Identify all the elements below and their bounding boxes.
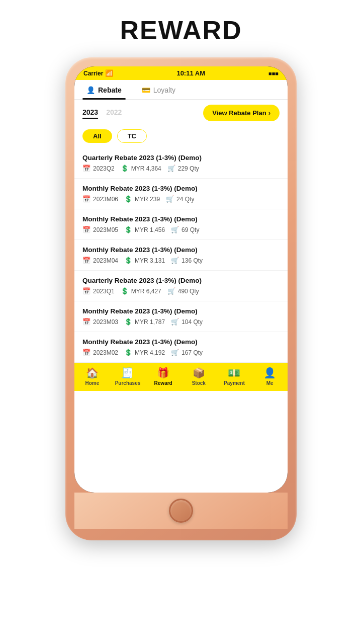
bottom-nav-stock[interactable]: 📦 Stock bbox=[186, 367, 212, 386]
view-rebate-plan-button[interactable]: View Rebate Plan › bbox=[203, 105, 280, 121]
bottom-nav-home[interactable]: 🏠 Home bbox=[79, 367, 105, 386]
rebate-period: 📅 2023M02 bbox=[82, 349, 118, 356]
rebate-item[interactable]: Monthly Rebate 2023 (1-3%) (Demo) 📅 2023… bbox=[74, 301, 288, 332]
rebate-list: Quarterly Rebate 2023 (1-3%) (Demo) 📅 20… bbox=[74, 148, 288, 363]
dollar-icon: 💲 bbox=[124, 257, 132, 264]
year-tab-2023[interactable]: 2023 bbox=[82, 108, 98, 118]
qty-value: 69 Qty bbox=[182, 226, 199, 233]
calendar-icon: 📅 bbox=[82, 195, 90, 203]
filter-all[interactable]: All bbox=[82, 129, 112, 143]
period-value: 2023M02 bbox=[93, 349, 118, 356]
rebate-item-meta: 📅 2023M02 💲 MYR 4,192 🛒 167 Qty bbox=[82, 349, 280, 356]
rebate-period: 📅 2023M06 bbox=[82, 195, 118, 203]
phone-shell: Carrier 📶 10:11 AM ■■■ 👤 Rebate 💳 Loyalt… bbox=[65, 57, 297, 540]
qty-value: 104 Qty bbox=[182, 318, 203, 326]
rebate-item[interactable]: Monthly Rebate 2023 (1-3%) (Demo) 📅 2023… bbox=[74, 240, 288, 271]
rebate-item-meta: 📅 2023M06 💲 MYR 239 🛒 24 Qty bbox=[82, 195, 280, 203]
bottom-nav-payment[interactable]: 💵 Payment bbox=[221, 367, 247, 386]
rebate-period: 📅 2023M03 bbox=[82, 318, 118, 326]
calendar-icon: 📅 bbox=[82, 287, 90, 295]
filter-tc[interactable]: TC bbox=[117, 129, 147, 143]
rebate-item[interactable]: Monthly Rebate 2023 (1-3%) (Demo) 📅 2023… bbox=[74, 179, 288, 209]
screen: 👤 Rebate 💳 Loyalty 2023 2022 View Rebate… bbox=[74, 80, 288, 493]
home-nav-icon: 🏠 bbox=[86, 367, 99, 379]
rebate-item-meta: 📅 2023M03 💲 MYR 1,787 🛒 104 Qty bbox=[82, 318, 280, 326]
cart-icon: 🛒 bbox=[171, 349, 179, 356]
rebate-qty: 🛒 136 Qty bbox=[171, 257, 203, 264]
amount-value: MYR 3,131 bbox=[135, 257, 165, 264]
stock-nav-label: Stock bbox=[192, 380, 206, 386]
dollar-icon: 💲 bbox=[121, 287, 129, 295]
qty-value: 167 Qty bbox=[182, 349, 203, 356]
rebate-period: 📅 2023M04 bbox=[82, 257, 118, 264]
rebate-item-title: Quarterly Rebate 2023 (1-3%) (Demo) bbox=[82, 154, 280, 162]
rebate-item[interactable]: Quarterly Rebate 2023 (1-3%) (Demo) 📅 20… bbox=[74, 271, 288, 301]
year-tab-2022[interactable]: 2022 bbox=[106, 108, 122, 118]
rebate-item-title: Monthly Rebate 2023 (1-3%) (Demo) bbox=[82, 215, 280, 223]
tab-loyalty[interactable]: 💳 Loyalty bbox=[138, 80, 179, 99]
top-nav: 👤 Rebate 💳 Loyalty bbox=[74, 80, 288, 100]
rebate-qty: 🛒 167 Qty bbox=[171, 349, 203, 356]
cart-icon: 🛒 bbox=[171, 226, 179, 233]
rebate-qty: 🛒 24 Qty bbox=[166, 195, 194, 203]
cart-icon: 🛒 bbox=[171, 318, 179, 326]
bottom-nav: 🏠 Home 🧾 Purchases 🎁 Reward 📦 Stock 💵 Pa… bbox=[74, 363, 288, 391]
reward-nav-label: Reward bbox=[154, 380, 172, 386]
dollar-icon: 💲 bbox=[121, 165, 129, 172]
period-value: 2023M06 bbox=[93, 196, 118, 203]
status-bar: Carrier 📶 10:11 AM ■■■ bbox=[74, 66, 288, 80]
calendar-icon: 📅 bbox=[82, 165, 90, 172]
dollar-icon: 💲 bbox=[124, 318, 132, 326]
payment-nav-icon: 💵 bbox=[228, 367, 240, 379]
carrier-label: Carrier bbox=[83, 70, 103, 77]
rebate-item[interactable]: Monthly Rebate 2023 (1-3%) (Demo) 📅 2023… bbox=[74, 209, 288, 240]
qty-value: 490 Qty bbox=[178, 288, 199, 295]
rebate-item-title: Quarterly Rebate 2023 (1-3%) (Demo) bbox=[82, 277, 280, 284]
rebate-item[interactable]: Monthly Rebate 2023 (1-3%) (Demo) 📅 2023… bbox=[74, 332, 288, 363]
rebate-nav-label: Rebate bbox=[98, 86, 122, 94]
year-row: 2023 2022 View Rebate Plan › bbox=[74, 100, 288, 126]
calendar-icon: 📅 bbox=[82, 318, 90, 326]
amount-value: MYR 4,192 bbox=[135, 349, 165, 356]
rebate-item-title: Monthly Rebate 2023 (1-3%) (Demo) bbox=[82, 246, 280, 254]
bottom-nav-purchases[interactable]: 🧾 Purchases bbox=[115, 367, 141, 386]
calendar-icon: 📅 bbox=[82, 226, 90, 233]
rebate-item-title: Monthly Rebate 2023 (1-3%) (Demo) bbox=[82, 338, 280, 346]
rebate-amount: 💲 MYR 1,787 bbox=[124, 318, 165, 326]
battery-icon: ■■■ bbox=[268, 70, 279, 76]
rebate-item-meta: 📅 2023M04 💲 MYR 3,131 🛒 136 Qty bbox=[82, 257, 280, 264]
rebate-qty: 🛒 104 Qty bbox=[171, 318, 203, 326]
amount-value: MYR 1,787 bbox=[135, 318, 165, 326]
home-button[interactable] bbox=[169, 499, 193, 523]
qty-value: 229 Qty bbox=[178, 165, 199, 172]
rebate-item-meta: 📅 2023Q2 💲 MYR 4,364 🛒 229 Qty bbox=[82, 165, 280, 172]
rebate-item-title: Monthly Rebate 2023 (1-3%) (Demo) bbox=[82, 307, 280, 315]
qty-value: 136 Qty bbox=[182, 257, 203, 264]
cart-icon: 🛒 bbox=[167, 287, 175, 295]
home-button-area bbox=[74, 493, 288, 529]
period-value: 2023M04 bbox=[93, 257, 118, 264]
amount-value: MYR 239 bbox=[135, 196, 160, 203]
cart-icon: 🛒 bbox=[166, 195, 174, 203]
qty-value: 24 Qty bbox=[176, 196, 194, 203]
page-title: REWARD bbox=[120, 15, 242, 45]
wifi-icon: 📶 bbox=[105, 69, 113, 77]
cart-icon: 🛒 bbox=[167, 165, 175, 172]
rebate-qty: 🛒 69 Qty bbox=[171, 226, 199, 233]
period-value: 2023M05 bbox=[93, 226, 118, 233]
dollar-icon: 💲 bbox=[124, 349, 132, 356]
rebate-item[interactable]: Quarterly Rebate 2023 (1-3%) (Demo) 📅 20… bbox=[74, 148, 288, 179]
rebate-amount: 💲 MYR 4,192 bbox=[124, 349, 165, 356]
bottom-nav-me[interactable]: 👤 Me bbox=[257, 367, 283, 386]
rebate-item-title: Monthly Rebate 2023 (1-3%) (Demo) bbox=[82, 185, 280, 192]
tab-rebate[interactable]: 👤 Rebate bbox=[82, 80, 126, 99]
status-time: 10:11 AM bbox=[176, 69, 205, 77]
rebate-item-meta: 📅 2023M05 💲 MYR 1,456 🛒 69 Qty bbox=[82, 226, 280, 233]
purchases-nav-icon: 🧾 bbox=[121, 367, 134, 379]
rebate-period: 📅 2023Q2 bbox=[82, 165, 115, 172]
dollar-icon: 💲 bbox=[124, 226, 132, 233]
rebate-period: 📅 2023Q1 bbox=[82, 287, 115, 295]
dollar-icon: 💲 bbox=[124, 195, 132, 203]
bottom-nav-reward[interactable]: 🎁 Reward bbox=[150, 367, 176, 386]
payment-nav-label: Payment bbox=[224, 380, 245, 386]
